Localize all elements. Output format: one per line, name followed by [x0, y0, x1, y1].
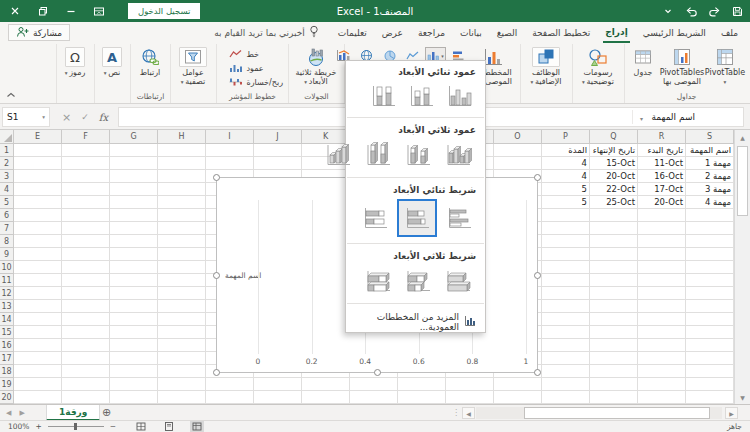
cell-R18[interactable] — [638, 365, 686, 378]
ribbon-tab[interactable]: بيانات — [458, 22, 484, 43]
sparkline-column-button[interactable]: عمود — [227, 62, 285, 75]
cell-E10[interactable] — [14, 261, 62, 274]
chart-handle[interactable] — [534, 174, 541, 181]
cell-Q11[interactable] — [590, 274, 638, 287]
cell-Q19[interactable] — [590, 378, 638, 391]
vertical-scroll-thumb[interactable] — [737, 146, 748, 216]
cell-O2[interactable] — [494, 157, 542, 170]
cell-S10[interactable] — [686, 261, 734, 274]
page-layout-view-icon[interactable] — [162, 421, 176, 432]
ribbon-tab[interactable]: مراجعة — [416, 22, 447, 43]
chart-type-bar-3d-clustered-icon[interactable] — [441, 265, 475, 297]
cell-H2[interactable] — [158, 157, 206, 170]
cell-P10[interactable] — [542, 261, 590, 274]
cell-I2[interactable] — [206, 157, 254, 170]
row-header-7[interactable]: 7 — [0, 222, 14, 235]
ribbon-tab[interactable]: تعليمات — [336, 22, 369, 43]
cell-E11[interactable] — [14, 274, 62, 287]
cell-F20[interactable] — [62, 391, 110, 404]
zoom-slider[interactable] — [48, 426, 104, 427]
cell-S19[interactable] — [686, 378, 734, 391]
cell-Q8[interactable] — [590, 235, 638, 248]
ribbon-tab[interactable]: ملف — [719, 22, 740, 43]
cell-H11[interactable] — [158, 274, 206, 287]
cell-G7[interactable] — [110, 222, 158, 235]
cell-P13[interactable] — [542, 300, 590, 313]
cell-Q1[interactable]: تاريخ الإنتهاء — [590, 144, 638, 157]
chart-type-column-3d-icon[interactable] — [321, 139, 355, 171]
cell-Q15[interactable] — [590, 326, 638, 339]
chart-handle[interactable] — [213, 272, 220, 279]
cell-E8[interactable] — [14, 235, 62, 248]
cell-I1[interactable] — [206, 144, 254, 157]
cell-G8[interactable] — [110, 235, 158, 248]
cell-F11[interactable] — [62, 274, 110, 287]
cell-F15[interactable] — [62, 326, 110, 339]
chart-type-column-3d-100-icon[interactable] — [361, 139, 395, 171]
cell-H8[interactable] — [158, 235, 206, 248]
cell-Q2[interactable]: 15-Oct — [590, 157, 638, 170]
normal-view-icon[interactable] — [190, 421, 204, 432]
cancel-icon[interactable]: × — [62, 111, 71, 124]
chart-type-column-100-icon[interactable] — [367, 81, 399, 111]
horizontal-scroll-thumb[interactable] — [524, 407, 710, 419]
tab-scroll-divider[interactable]: ⋮ — [452, 408, 460, 417]
cell-Q18[interactable] — [590, 365, 638, 378]
cell-R12[interactable] — [638, 287, 686, 300]
cell-Q20[interactable] — [590, 391, 638, 404]
page-break-view-icon[interactable] — [134, 421, 148, 432]
cell-G6[interactable] — [110, 209, 158, 222]
table-button[interactable]: جدول — [627, 45, 659, 78]
cell-J20[interactable] — [254, 391, 302, 404]
cell-F3[interactable] — [62, 170, 110, 183]
cell-G19[interactable] — [110, 378, 158, 391]
save-icon[interactable] — [730, 4, 744, 18]
cell-S2[interactable]: مهمة 1 — [686, 157, 734, 170]
cell-E20[interactable] — [14, 391, 62, 404]
chart-type-column-3d-clustered-icon[interactable] — [441, 139, 475, 171]
chart-type-column-3d-stacked-icon[interactable] — [401, 139, 435, 171]
cell-S20[interactable] — [686, 391, 734, 404]
cell-S15[interactable] — [686, 326, 734, 339]
cell-F8[interactable] — [62, 235, 110, 248]
cell-S1[interactable]: اسم المهمة — [686, 144, 734, 157]
column-header-H[interactable]: H — [158, 130, 206, 144]
column-header-Q[interactable]: Q — [590, 130, 638, 144]
cell-J19[interactable] — [254, 378, 302, 391]
cell-H13[interactable] — [158, 300, 206, 313]
cell-G18[interactable] — [110, 365, 158, 378]
cell-R1[interactable]: تاريخ البدء — [638, 144, 686, 157]
sign-in-button[interactable]: تسجيل الدخول — [128, 3, 200, 19]
cell-E4[interactable] — [14, 183, 62, 196]
cell-H16[interactable] — [158, 339, 206, 352]
cell-L20[interactable] — [350, 391, 398, 404]
chart-handle[interactable] — [534, 369, 541, 376]
row-header-3[interactable]: 3 — [0, 170, 14, 183]
cell-N20[interactable] — [446, 391, 494, 404]
text-button[interactable]: A نص — [97, 45, 127, 78]
cell-R7[interactable] — [638, 222, 686, 235]
row-header-19[interactable]: 19 — [0, 378, 14, 391]
addins-button[interactable]: الوظائف الإضافية — [523, 45, 569, 86]
row-header-20[interactable]: 20 — [0, 391, 14, 404]
insert-function-icon[interactable]: fx — [99, 112, 108, 123]
recommended-pivottables-button[interactable]: PivotTables الموصى بها — [659, 45, 705, 86]
minimize-icon[interactable] — [64, 4, 78, 18]
cell-N19[interactable] — [446, 378, 494, 391]
cell-P1[interactable]: المدة — [542, 144, 590, 157]
row-header-10[interactable]: 10 — [0, 261, 14, 274]
cell-H5[interactable] — [158, 196, 206, 209]
cell-G10[interactable] — [110, 261, 158, 274]
cell-H20[interactable] — [158, 391, 206, 404]
close-icon[interactable] — [8, 4, 22, 18]
chart-type-bar-clustered-icon[interactable] — [443, 203, 475, 233]
cell-G11[interactable] — [110, 274, 158, 287]
cell-E2[interactable] — [14, 157, 62, 170]
pivottable-button[interactable]: PivotTable — [705, 45, 745, 86]
cell-F14[interactable] — [62, 313, 110, 326]
cell-R20[interactable] — [638, 391, 686, 404]
cell-Q4[interactable]: 22-Oct — [590, 183, 638, 196]
name-box[interactable]: S1 ▾ — [2, 107, 50, 127]
cell-P5[interactable]: 5 — [542, 196, 590, 209]
cell-R9[interactable] — [638, 248, 686, 261]
